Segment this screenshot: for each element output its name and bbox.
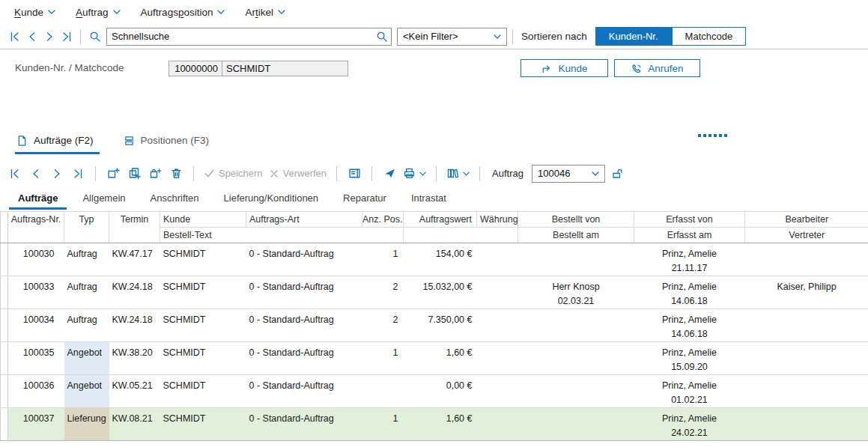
unlock-button[interactable] (608, 164, 626, 183)
cell-bestellt: Herr Knosp02.03.21 (518, 276, 634, 309)
column-header-termin[interactable]: Termin (109, 212, 160, 243)
subtab-allgemein[interactable]: Allgemein (73, 190, 134, 210)
cell-auftrags-art: 0 - Standard-Auftrag (246, 408, 362, 441)
subtab-auftraege[interactable]: Aufträge (9, 190, 67, 210)
table-row[interactable]: 100030 Auftrag KW.47.17 SCHMIDT 0 - Stan… (1, 243, 868, 276)
nav-first-button[interactable] (6, 27, 23, 46)
tab-auftraege[interactable]: Aufträge (F2) (15, 132, 100, 154)
row-selector-strip[interactable] (1, 342, 8, 375)
cell-auftrags-nr: 100035 (8, 342, 64, 375)
row-selector-strip[interactable] (1, 276, 8, 309)
record-next-button[interactable] (48, 164, 66, 183)
cell-erfasst: Prinz, Amelie15.09.20 (634, 342, 745, 375)
cell-waehrung (477, 243, 518, 276)
nav-next-button[interactable] (40, 27, 58, 46)
sort-by-matchcode-button[interactable]: Matchcode (672, 27, 747, 46)
menu-kunde[interactable]: Kunde (14, 7, 55, 18)
record-last-button[interactable] (69, 164, 87, 183)
chevron-down-icon (463, 171, 470, 176)
column-header-auftragswert[interactable]: Auftragswert (404, 212, 477, 228)
cell-typ: Auftrag (64, 243, 109, 276)
copy-order-button[interactable] (125, 164, 143, 183)
cell-bearbeiter (745, 243, 868, 276)
save-button[interactable]: Speichern (202, 164, 264, 183)
record-previous-button[interactable] (27, 164, 45, 183)
cell-auftrags-art: 0 - Standard-Auftrag (246, 309, 362, 342)
search-icon[interactable] (376, 31, 388, 43)
nav-last-button[interactable] (58, 27, 75, 46)
nav-previous-button[interactable] (23, 27, 40, 46)
quick-search-box (106, 28, 392, 46)
table-row[interactable]: 100034 Auftrag KW.24.18 SCHMIDT 0 - Stan… (1, 309, 868, 342)
column-header-empty (404, 228, 518, 243)
cell-termin: KW.08.21 (109, 408, 160, 441)
print-button[interactable] (401, 164, 428, 183)
new-order-button[interactable] (104, 164, 122, 183)
delete-button[interactable] (167, 164, 185, 183)
column-header-auftrags-art[interactable]: Auftrags-Art (246, 212, 362, 228)
customer-number-field[interactable]: 10000000 (169, 61, 222, 76)
column-header-bestell-text[interactable]: Bestell-Text (160, 228, 404, 243)
cell-waehrung (477, 309, 518, 342)
filter-select[interactable]: <Kein Filter> (397, 28, 507, 46)
paper-plane-icon (383, 167, 396, 180)
menu-auftragsposition[interactable]: Auftragsposition (141, 7, 225, 18)
reports-button[interactable] (445, 164, 471, 183)
row-selector-strip[interactable] (1, 408, 8, 441)
discard-button[interactable]: Verwerfen (267, 164, 329, 183)
send-button[interactable] (380, 164, 398, 183)
subtab-reparatur[interactable]: Reparatur (334, 190, 395, 210)
order-number-select[interactable]: 100046 (532, 165, 605, 183)
goto-customer-button[interactable]: Kunde (521, 59, 608, 77)
menu-auftrag[interactable]: Auftrag (76, 7, 121, 18)
contact-card-button[interactable] (345, 164, 363, 183)
lock-open-icon (611, 167, 624, 180)
cell-auftragswert: 1,60 € (404, 342, 477, 375)
cell-waehrung (477, 342, 518, 375)
sort-by-kundennr-button[interactable]: Kunden-Nr. (595, 27, 672, 46)
row-selector-strip[interactable] (1, 375, 8, 408)
menu-artikel[interactable]: Artikel (245, 7, 285, 18)
cell-waehrung (477, 375, 518, 408)
table-row[interactable]: 100033 Auftrag KW.24.18 SCHMIDT 0 - Stan… (1, 276, 868, 309)
matchcode-field[interactable]: SCHMIDT (222, 61, 348, 76)
cell-bestellt (518, 309, 634, 342)
table-row[interactable]: 100037 Lieferung KW.08.21 SCHMIDT 0 - St… (1, 408, 868, 441)
chevron-down-icon (217, 10, 225, 14)
column-header-vertreter[interactable]: Vertreter (745, 228, 868, 243)
column-header-kunde[interactable]: Kunde (160, 212, 246, 228)
cell-kunde: SCHMIDT (160, 342, 246, 375)
column-header-auftrags-nr[interactable]: Auftrags-Nr. (8, 212, 64, 243)
search-input[interactable] (106, 28, 392, 46)
column-header-typ[interactable]: Typ (64, 212, 109, 243)
column-header-erfasst-von[interactable]: Erfasst von (634, 212, 745, 228)
subtab-lieferung-konditionen[interactable]: Lieferung/Konditionen (215, 190, 328, 210)
search-button[interactable] (86, 27, 103, 46)
splitter-grip[interactable] (698, 134, 727, 137)
new-basket-button[interactable] (146, 164, 164, 183)
table-row[interactable]: 100036 Angebot KW.05.21 SCHMIDT 0 - Stan… (1, 375, 868, 408)
content-spacer (0, 78, 868, 132)
column-header-bestellt-von[interactable]: Bestellt von (518, 212, 634, 228)
call-button[interactable]: Anrufen (614, 59, 700, 77)
divider (436, 166, 437, 181)
cell-termin: KW.24.18 (109, 309, 160, 342)
cell-auftrags-art: 0 - Standard-Auftrag (246, 276, 362, 309)
divider (479, 166, 480, 181)
tab-positionen[interactable]: Positionen (F3) (122, 132, 216, 154)
column-header-bestellt-am[interactable]: Bestellt am (518, 228, 634, 243)
row-selector-strip[interactable] (1, 243, 8, 276)
column-header-bearbeiter[interactable]: Bearbeiter (745, 212, 868, 228)
nav-last-icon (72, 168, 84, 180)
column-header-anz-pos[interactable]: Anz. Pos. (362, 212, 404, 228)
subtab-anschriften[interactable]: Anschriften (142, 190, 208, 210)
column-header-erfasst-am[interactable]: Erfasst am (634, 228, 745, 243)
document-icon (16, 135, 28, 147)
row-selector-strip[interactable] (1, 309, 8, 342)
table-row[interactable]: 100035 Angebot KW.38.20 SCHMIDT 0 - Stan… (1, 342, 868, 375)
record-first-button[interactable] (6, 164, 24, 183)
column-header-waehrung[interactable]: Währung (477, 212, 518, 228)
subtab-intrastat[interactable]: Intrastat (402, 190, 455, 210)
copy-record-icon (128, 167, 141, 180)
new-record-icon (107, 167, 120, 180)
